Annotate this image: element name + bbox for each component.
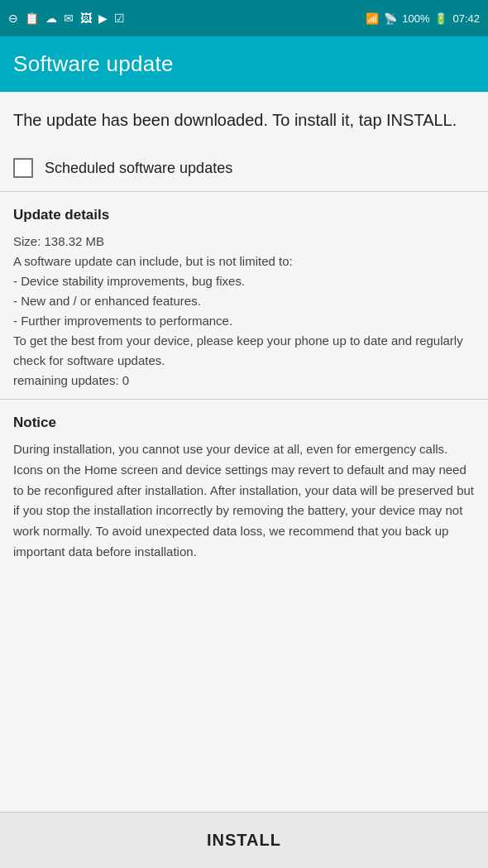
app-header: Software update <box>0 36 488 92</box>
update-message-section: The update has been downloaded. To insta… <box>0 92 488 146</box>
update-bullet-1: - Device stability improvements, bug fix… <box>13 274 245 288</box>
page-title: Software update <box>13 51 174 76</box>
clipboard-icon: 📋 <box>25 12 39 25</box>
notice-heading: Notice <box>13 415 475 431</box>
update-message-text: The update has been downloaded. To insta… <box>13 108 475 132</box>
time-display: 07:42 <box>452 12 480 25</box>
signal-icon: 📡 <box>384 12 397 25</box>
update-bullet-3: - Further improvements to performance. <box>13 314 232 328</box>
battery-icon: 🔋 <box>434 12 447 25</box>
update-footer: To get the best from your device, please… <box>13 333 463 367</box>
scheduled-updates-checkbox[interactable] <box>13 158 33 178</box>
wifi-icon: 📶 <box>366 12 379 25</box>
update-details-section: Update details Size: 138.32 MB A softwar… <box>0 192 488 399</box>
install-button[interactable]: INSTALL <box>207 831 281 850</box>
update-description: A software update can include, but is no… <box>13 254 293 268</box>
status-bar: ⊖ 📋 ☁ ✉ 🖼 ▶ ☑ 📶 📡 100% 🔋 07:42 <box>0 0 488 36</box>
notice-section: Notice During installation, you cannot u… <box>0 400 488 579</box>
install-bar[interactable]: INSTALL <box>0 812 488 868</box>
image-icon: 🖼 <box>80 12 92 25</box>
remaining-updates: remaining updates: 0 <box>13 373 129 387</box>
scheduled-updates-row[interactable]: Scheduled software updates <box>0 146 488 191</box>
main-content: The update has been downloaded. To insta… <box>0 92 488 812</box>
notice-text: During installation, you cannot use your… <box>13 439 475 563</box>
mail-icon: ✉ <box>64 12 74 25</box>
scheduled-updates-label: Scheduled software updates <box>45 160 232 177</box>
battery-text: 100% <box>402 12 429 25</box>
cloud-icon: ☁ <box>45 12 57 25</box>
update-size: Size: 138.32 MB <box>13 234 104 248</box>
status-bar-right: 📶 📡 100% 🔋 07:42 <box>366 12 480 25</box>
update-details-heading: Update details <box>13 207 475 223</box>
youtube-icon: ▶ <box>98 12 108 25</box>
minus-circle-icon: ⊖ <box>8 12 18 25</box>
update-bullet-2: - New and / or enhanced features. <box>13 294 201 308</box>
update-details-body: Size: 138.32 MB A software update can in… <box>13 232 475 391</box>
checkbox-icon: ☑ <box>114 12 125 25</box>
status-bar-icons: ⊖ 📋 ☁ ✉ 🖼 ▶ ☑ <box>8 12 125 25</box>
